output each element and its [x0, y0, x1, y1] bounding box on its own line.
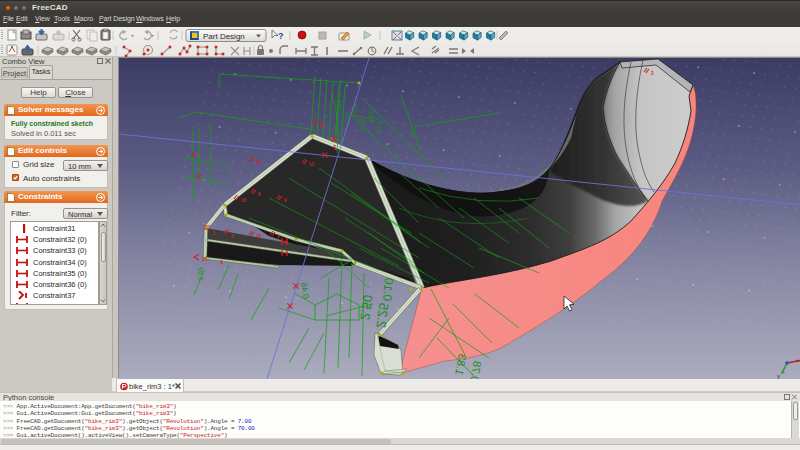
- svg-text:≠: ≠: [192, 151, 196, 158]
- svg-text:0.97: 0.97: [196, 267, 204, 281]
- svg-text:?: ?: [278, 31, 284, 41]
- svg-text:0.90: 0.90: [368, 109, 376, 122]
- svg-text:10: 10: [256, 234, 262, 239]
- svg-text:14: 14: [256, 160, 262, 165]
- svg-text:Part Design: Part Design: [203, 32, 245, 41]
- svg-text:2.50: 2.50: [357, 294, 375, 321]
- svg-text:10: 10: [241, 198, 247, 203]
- svg-text:13: 13: [319, 123, 325, 128]
- svg-text:0.12: 0.12: [409, 123, 417, 137]
- svg-text:0.10: 0.10: [380, 277, 396, 302]
- svg-text:2.25: 2.25: [373, 302, 391, 329]
- svg-text:0.80: 0.80: [376, 121, 384, 134]
- svg-text:0.30: 0.30: [336, 99, 344, 112]
- svg-text:12: 12: [309, 162, 315, 167]
- svg-text:16: 16: [202, 257, 208, 262]
- svg-text:1: 1: [333, 144, 337, 151]
- svg-text:y: y: [777, 373, 780, 379]
- svg-text:1.00: 1.00: [360, 117, 368, 130]
